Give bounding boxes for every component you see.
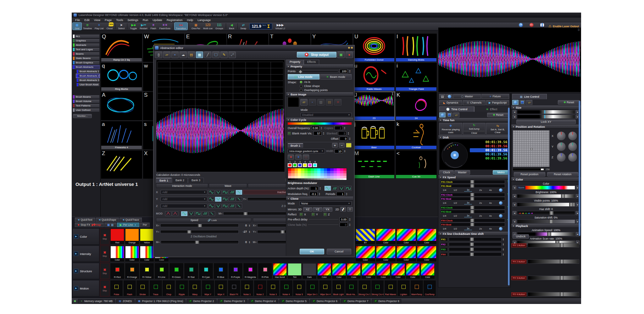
palette-cell[interactable] — [288, 171, 291, 173]
palette-gray-cell[interactable] — [334, 178, 337, 180]
palette-cell[interactable] — [304, 176, 308, 178]
tab-quickshape[interactable]: ◀QuickShape — [96, 218, 119, 222]
cue-cell-color[interactable]: 24Color — [396, 228, 416, 245]
menu-item-edit[interactable]: Edit — [82, 18, 92, 22]
toolbar-button-toggle[interactable]: ▶■Toggle — [129, 23, 138, 30]
per-line-button[interactable]: ▶Per Line▼ — [117, 223, 139, 227]
projector-status-demo-projector-7[interactable]: ✔Demo Projector 7 — [341, 299, 370, 303]
fx-4-clock-slider[interactable]: FX4 Clock — [440, 219, 505, 222]
row-label-intensity[interactable]: ▶Intensity — [72, 246, 99, 262]
palette-gray-cell[interactable] — [327, 178, 330, 180]
y-interaction-dropdown[interactable]: Add▼ — [161, 197, 207, 201]
open-folder-icon[interactable]: ▱ — [163, 51, 170, 58]
per-button[interactable]: Per — [140, 223, 150, 227]
palette-cell[interactable] — [311, 168, 314, 171]
wave-spike-button[interactable] — [165, 211, 171, 216]
cue-cell-color[interactable]: Color — [347, 263, 361, 279]
folder-icon[interactable]: ▱ — [453, 112, 459, 117]
grid-cell-k[interactable]: K24 — [395, 92, 437, 121]
palette-gray-cell[interactable] — [298, 178, 301, 180]
projector-status-projector-1-fb4-06613-ping-0ms[interactable]: ▦Projector 1: FB4 06613 (Ping 0ms) — [136, 299, 186, 303]
wave-sin-button[interactable] — [181, 211, 187, 216]
menu-item-file[interactable]: File — [73, 18, 82, 22]
brush-paint2-icon[interactable]: ✦ — [295, 154, 302, 160]
base-paste-icon[interactable]: ▤ — [326, 99, 333, 106]
swatch-2[interactable]: 2 — [293, 160, 297, 167]
palette-cell[interactable] — [291, 176, 294, 178]
reflect-y[interactable]: Y — [312, 213, 318, 216]
sidebar-item-static-beams[interactable]: Static Beams — [72, 56, 100, 60]
toolbar-button-flash-solo[interactable]: ✳✳Flash/Solo — [158, 23, 172, 30]
offset-value[interactable]: 0 — [340, 137, 348, 141]
cue-cell-rad-waves[interactable]: Rad Waves — [384, 280, 397, 296]
knob-x-position[interactable] — [557, 131, 566, 141]
brush-tab[interactable]: Brush 1 — [288, 143, 303, 148]
reflect-x-checkbox[interactable] — [300, 213, 303, 216]
grid-cell-u[interactable]: UForbidden Donut — [353, 33, 395, 62]
palette-cell[interactable] — [291, 171, 294, 173]
scale-2x[interactable]: 2x — [479, 189, 482, 192]
lc-zone-icon[interactable] — [519, 100, 525, 105]
brightness-left-button[interactable]: ◀ — [513, 194, 516, 198]
menu-item-registration[interactable]: Registration — [164, 18, 185, 22]
cue-cell-color[interactable]: Color — [420, 263, 435, 279]
cue-cell-yellow[interactable]: Yellow — [140, 228, 154, 245]
palette-cell[interactable] — [308, 173, 311, 176]
color-palette[interactable] — [288, 168, 347, 180]
x-interaction-dropdown[interactable]: Add▼ — [161, 190, 207, 194]
menu-item-update[interactable]: Update — [150, 18, 164, 22]
shape-close[interactable]: Close shape — [300, 84, 328, 88]
scale-4x[interactable]: 4x — [489, 189, 491, 192]
cue-cell-color[interactable]: Color — [376, 246, 396, 262]
fx-line-fx3-slider[interactable] — [449, 247, 502, 251]
palette-cell[interactable] — [314, 176, 317, 178]
cancel-button[interactable]: Cancel — [327, 249, 351, 254]
clone-fade-value[interactable]: 0 — [340, 223, 348, 227]
brush-folder-icon[interactable]: ▱ — [346, 143, 352, 148]
cue-cell-color[interactable]: Color — [376, 263, 391, 279]
grid-cell-[interactable]: <Cue 50 — [395, 150, 437, 179]
cue-cell-wipe-sm-4[interactable]: Wipe Sm 4 — [319, 280, 332, 296]
palette-cell[interactable] — [288, 168, 291, 171]
tab-dynamics[interactable]: ◣Dynamics — [439, 100, 462, 105]
cue-cell-r-yellow[interactable]: R=Yellow — [140, 263, 154, 279]
palette-cell[interactable] — [304, 168, 308, 171]
hue-shift-slider[interactable]: ➔➔➔➔➔ — [517, 211, 575, 215]
knob-x-rotation[interactable] — [568, 131, 577, 141]
projector-status-demo-projector-4[interactable]: ✔Demo Projector 4 — [249, 299, 278, 303]
palette-cell[interactable] — [343, 176, 347, 178]
palette-gray-cell[interactable] — [324, 178, 327, 180]
wave-spike-button[interactable] — [172, 211, 178, 216]
row-label-color[interactable]: ▶Color — [72, 228, 99, 245]
sidebar-item-graphics[interactable]: Graphics — [72, 39, 100, 43]
tab-quicktrace[interactable]: ◀QuickTrace — [119, 218, 142, 222]
virtual-lj-button[interactable]: ▶▶▶ Virtual LJ — [274, 23, 286, 30]
palette-gray-cell[interactable] — [330, 178, 333, 180]
brightness-slider[interactable] — [517, 194, 575, 198]
mirror-2d-1-icon[interactable]: ▞ — [340, 207, 346, 212]
fx-line-spin[interactable]: ▲▼ — [502, 243, 505, 246]
fx-action-3-slider[interactable] — [528, 276, 579, 280]
projector-status-demo-projector-8[interactable]: ✔Demo Projector 8 — [372, 299, 401, 303]
z-interaction-dropdown[interactable]: Add▼ — [161, 204, 207, 208]
wave-sq-button[interactable] — [345, 186, 352, 191]
cue-cell-color[interactable]: 23Color — [376, 228, 396, 245]
palette-cell[interactable] — [327, 168, 330, 171]
wave-sq-button[interactable] — [195, 211, 201, 216]
scale-1x[interactable]: 1x — [464, 214, 472, 217]
palette-cell[interactable] — [295, 176, 298, 178]
palette-cell[interactable] — [311, 171, 314, 173]
cue-cell-noise-4[interactable]: Noise 4 — [280, 280, 293, 296]
sidebar-item-text-patterns[interactable]: Text Patterns — [72, 104, 100, 108]
palette-cell[interactable] — [311, 176, 314, 178]
cue-cell-r-green[interactable]: R=Green — [169, 263, 184, 279]
undock-button[interactable]: Undock — [513, 234, 529, 239]
cue-cell-chop[interactable]: Chop — [162, 280, 175, 296]
toolbar-button-swap[interactable]: ⇄Swap — [239, 23, 248, 30]
reverse-playing-cues-button[interactable]: ❖Reverse playing cues — [439, 123, 462, 135]
palette-cell[interactable] — [340, 173, 343, 176]
scale-1-4[interactable]: 1/4 — [443, 189, 446, 192]
palette-cell[interactable] — [343, 173, 347, 176]
base-delete-icon[interactable]: ✕ — [334, 99, 341, 106]
cue-cell-block-ha[interactable]: Block Ha... — [345, 280, 358, 296]
